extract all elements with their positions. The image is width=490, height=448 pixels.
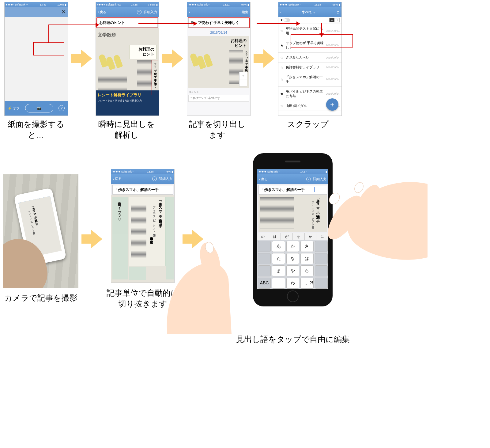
wifi-icon: ᯤ [300,3,303,6]
kbd-key[interactable]: ABC [258,278,271,289]
kbd-key[interactable]: あ [272,241,285,252]
list-date: 2016/09/14 [326,78,340,81]
flash-toggle[interactable]: ⚡ オフ [8,106,20,111]
parse-content: お料理のヒント 文学散歩 お料理の ヒント ラップ使わず 手早く美味しく レシー… [96,17,159,116]
camera-topbar: ✕ [5,7,68,17]
detail-label: 詳細入力 [159,177,172,181]
search-button[interactable]: ⌕ [337,9,340,15]
chevron-left-icon: ‹ [98,10,99,14]
kbd-key[interactable]: ら [300,265,313,276]
kbd-key[interactable]: 、。?! [300,278,313,289]
headline-input[interactable]: お料理のヒント [97,18,158,28]
detail-button[interactable]: ? 詳細入力 [137,10,157,14]
keyboard[interactable]: のはがをかに あかさたなはまやらABCわ、。?! [257,233,328,289]
kbd-key[interactable] [315,253,328,264]
kbd-key[interactable]: な [286,253,299,264]
back-button[interactable]: ‹戻る [113,177,122,181]
star-icon[interactable]: ★ [280,92,285,96]
back-button[interactable]: ‹戻る [98,10,106,14]
kbd-key[interactable]: わ [286,278,299,289]
edit-vhead: 「歩きスマホ」解消の一手 [316,197,320,227]
detail-button[interactable]: ? 詳細入力 [306,177,326,181]
edit-image: 「歩きスマホ」解消の一手 アイエスピー、ソフト開発 [258,195,327,232]
edit-button[interactable]: 編集 [242,10,248,14]
kbd-key[interactable] [315,278,328,289]
kbd-key[interactable] [272,278,285,289]
chevron-left-icon: ‹ [259,177,260,181]
statusbar: ●●●●●SoftBank4G 14:38 ↓89%▮ [96,2,159,7]
kbd-key[interactable]: ま [272,265,285,276]
kbd-suggestion[interactable]: を [293,233,305,240]
battery-pct: 97% [241,3,247,6]
kbd-suggestions[interactable]: のはがをかに [257,233,328,240]
add-button[interactable]: ＋ [326,98,338,111]
camera-controls: ⚡ オフ 📷 ? [5,101,68,116]
home-button[interactable] [287,290,299,302]
star-icon[interactable]: ☆ [280,104,285,108]
kbd-key[interactable]: や [286,265,299,276]
signal-dots: ●●●●● [188,3,196,6]
list-item[interactable]: ☆免許書解析ライブラリ2016/09/14 [278,63,341,72]
kbd-key[interactable] [258,253,271,264]
star-icon[interactable]: ☆ [280,77,285,82]
signal-dots: ●●●●● [258,170,266,173]
kbd-key[interactable]: た [272,253,285,264]
list-item[interactable]: ☆「歩きスマホ」解消の一手2016/09/14 [278,72,341,87]
clip-image[interactable]: お料理の ヒント ラップ使わず 手早く美味しく ＋ − [188,36,249,88]
signal-dots: ●●●●● [112,170,120,173]
signal-dots: ●●●●● [97,3,105,6]
kbd-key[interactable]: は [300,253,313,264]
kbd-key[interactable] [315,265,328,276]
battery-icon: ▮ [172,170,173,173]
battery-icon: ▮ [326,170,327,173]
star-filter-toggle[interactable]: ★ [280,18,290,22]
flash-icon: ⚡ [8,106,12,110]
headline-editor[interactable]: 「歩きスマホ」解消の一手 [258,185,327,195]
battery-icon: ▮ [339,3,340,6]
back-button[interactable]: ‹ [189,10,190,14]
view-toggle[interactable]: ≡☐ [329,18,340,22]
wifi-icon: ᯤ [209,3,211,6]
carrier: SoftBank [267,170,278,173]
redbox-vertical-headline [152,60,158,95]
zoom-in[interactable]: ＋ [239,72,247,79]
navbar: ‹ すべて ⌄ ⌕ [278,7,341,17]
zoom-out[interactable]: − [239,79,247,86]
kbd-key[interactable] [258,241,271,252]
row-1: ●●●●●SoftBankᯤ 13:47 100%▮ ✕ 文学散歩 お料理の ヒ… [0,2,490,116]
battery-icon: ▮ [65,3,66,6]
segment-headline[interactable]: 「歩きスマホ」解消の一手 [112,185,173,195]
wifi-icon: ᯤ [133,170,135,173]
zoom-control[interactable]: ＋ − [239,72,247,86]
help-icon: ? [152,177,157,181]
back-button[interactable]: ‹戻る [259,177,268,181]
help-button[interactable]: ? [58,105,65,111]
clock: 13:47 [40,3,46,6]
captions-row1: 紙面を撮影すると… 瞬時に見出しを解析し 記事を切り出します スクラップ [0,119,490,140]
kbd-key[interactable] [258,265,271,276]
shutter-button[interactable]: 📷 [25,104,53,112]
carrier: SoftBank [15,3,25,6]
battery-pct: 89% [150,3,155,6]
kbd-key[interactable]: か [286,241,299,252]
chevron-down-icon[interactable]: ⌄ [313,10,316,14]
detail-button[interactable]: ? 詳細入力 [152,177,172,181]
list-item[interactable]: ☆ささみせんべい2016/09/14 [278,53,341,63]
close-icon[interactable]: ✕ [61,9,66,15]
camera-icon: 📷 [37,106,41,110]
kbd-suggestion[interactable]: が [281,233,293,240]
kbd-suggestion[interactable]: か [305,233,317,240]
star-icon[interactable]: ☆ [280,29,285,33]
star-icon[interactable]: ★ [280,43,285,47]
seg-right [166,197,174,279]
star-icon[interactable]: ☆ [280,55,285,60]
caption-2: 瞬時に見出しを解析し [95,119,158,140]
kbd-suggestion[interactable]: に [316,233,328,240]
star-icon[interactable]: ☆ [280,65,285,70]
carrier: SoftBank [288,3,299,6]
kbd-suggestion[interactable]: は [269,233,281,240]
comment-value[interactable]: これはサンプル記事です [188,95,249,102]
kbd-key[interactable]: さ [300,241,313,252]
kbd-key[interactable] [315,241,328,252]
kbd-suggestion[interactable]: の [257,233,269,240]
